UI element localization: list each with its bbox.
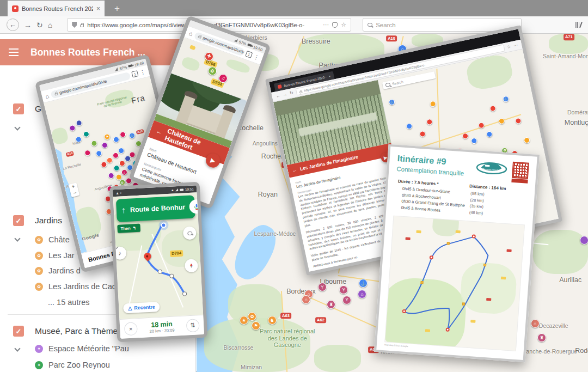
- close-navigation-button[interactable]: ×: [124, 322, 138, 336]
- bookmark-star-icon[interactable]: ☆: [341, 21, 346, 28]
- forward-button[interactable]: →: [283, 92, 288, 97]
- back-icon[interactable]: ←: [292, 167, 297, 174]
- building-marker[interactable]: ⌂: [358, 290, 366, 298]
- list-item[interactable]: ✿ Jardins d: [35, 266, 81, 275]
- chevron-down-icon[interactable]: [14, 124, 20, 130]
- home-button[interactable]: ⌂: [48, 21, 52, 29]
- poi-marker[interactable]: [514, 118, 522, 125]
- tab-count-button[interactable]: 1: [245, 51, 253, 58]
- recenter-button[interactable]: △ Recentre: [123, 302, 160, 314]
- browser-tab[interactable]: Bonnes Routes French 2020 - ×: [8, 1, 105, 16]
- page-actions-icon[interactable]: ⋯: [323, 21, 329, 28]
- poi-marker[interactable]: [69, 124, 76, 131]
- layer-checkbox[interactable]: ✓: [13, 103, 24, 114]
- menu-icon[interactable]: ⋯: [513, 42, 518, 48]
- poi-marker[interactable]: [580, 236, 588, 245]
- layer-checkbox[interactable]: ✓: [13, 326, 24, 337]
- list-item[interactable]: ✦ Parc Zoo Reynou: [35, 361, 110, 369]
- building-marker[interactable]: ⌂: [302, 295, 310, 304]
- poi-marker[interactable]: ♫: [218, 72, 229, 84]
- activity-marker[interactable]: ♞: [268, 316, 277, 325]
- bookmark-star-icon[interactable]: ☆: [506, 44, 511, 50]
- poi-marker[interactable]: [462, 132, 469, 139]
- poi-marker[interactable]: [430, 100, 437, 107]
- poi-marker[interactable]: [95, 150, 102, 157]
- castle-marker[interactable]: ♜: [537, 333, 546, 342]
- poi-marker[interactable]: ✿: [119, 179, 126, 186]
- chevron-down-icon[interactable]: [14, 235, 20, 241]
- poi-marker[interactable]: [118, 147, 125, 154]
- poi-marker[interactable]: ⚓: [128, 132, 136, 139]
- forward-button[interactable]: →: [24, 21, 32, 29]
- activity-marker[interactable]: ⚑: [252, 321, 260, 330]
- screenshot-root: Bonnes Routes French 2020 - × + ← → ↻ ⌂ …: [0, 0, 588, 372]
- menu-icon[interactable]: [9, 48, 19, 56]
- poi-marker[interactable]: [101, 161, 108, 168]
- navigation-map[interactable]: ↑ Route de Bonhur Then ↰ ♪ ▲▼: [113, 192, 204, 319]
- boat-marker[interactable]: ⚓: [359, 279, 367, 288]
- list-item[interactable]: ✦ Espace Météorite "Pau: [35, 344, 129, 353]
- phone-screenshot-navigation: ▲ ▪ ● 19:51 ↑ Route de Bonhur: [109, 182, 208, 342]
- back-button[interactable]: ←: [275, 93, 281, 99]
- poi-marker[interactable]: [419, 131, 426, 138]
- library-icon[interactable]: [575, 22, 581, 28]
- home-icon[interactable]: ⌂: [188, 29, 194, 37]
- back-icon[interactable]: ←: [155, 127, 163, 136]
- poi-marker[interactable]: ♫: [120, 169, 127, 176]
- poi-marker[interactable]: [470, 137, 477, 144]
- tab-close-icon[interactable]: ×: [96, 5, 100, 13]
- poi-marker[interactable]: [426, 119, 433, 126]
- poi-marker[interactable]: [84, 149, 91, 156]
- list-item[interactable]: ✿ Les Jardins de Cadiot: [35, 282, 125, 291]
- tracking-shield-icon[interactable]: [72, 22, 77, 28]
- zoom-out-button[interactable]: −: [72, 190, 77, 197]
- list-item[interactable]: ✿ Châte: [35, 235, 70, 244]
- reload-button[interactable]: ↻: [36, 21, 43, 29]
- chevron-down-icon[interactable]: [14, 345, 20, 351]
- poi-marker[interactable]: [91, 139, 98, 147]
- castle-marker[interactable]: ♜: [327, 300, 335, 309]
- poi-marker[interactable]: [106, 156, 113, 163]
- poi-marker[interactable]: [498, 118, 505, 125]
- poi-marker[interactable]: [486, 131, 493, 138]
- poi-marker[interactable]: [112, 136, 119, 143]
- kebab-menu-icon[interactable]: ⋮: [253, 53, 260, 61]
- more-items-link[interactable]: ... 15 autres: [48, 298, 90, 307]
- poi-marker[interactable]: [112, 152, 119, 159]
- list-item[interactable]: ✿ Les Jar: [35, 251, 75, 260]
- poi-marker[interactable]: [118, 160, 125, 167]
- tab-count-button[interactable]: 1: [131, 70, 138, 77]
- poi-marker[interactable]: [406, 123, 413, 130]
- poi-marker[interactable]: ⚑: [104, 133, 111, 140]
- winery-marker[interactable]: Y: [318, 283, 327, 291]
- activity-marker[interactable]: ★: [240, 316, 248, 325]
- route-options-button[interactable]: ⇅: [186, 319, 200, 332]
- poi-marker[interactable]: [477, 122, 485, 129]
- reload-button[interactable]: ↻: [289, 90, 293, 96]
- tab-close-icon[interactable]: ×: [328, 74, 331, 78]
- poi-marker[interactable]: [108, 172, 115, 179]
- activity-marker[interactable]: ✿: [248, 312, 256, 321]
- poi-marker[interactable]: ⚓: [388, 98, 395, 105]
- poi-marker[interactable]: [101, 142, 108, 149]
- pocket-icon[interactable]: [332, 22, 338, 28]
- poi-marker[interactable]: [76, 119, 83, 126]
- kebab-menu-icon[interactable]: ⋮: [139, 69, 146, 76]
- poi-marker[interactable]: ✚: [204, 51, 215, 62]
- home-icon[interactable]: ⌂: [45, 92, 50, 99]
- poi-marker[interactable]: [83, 130, 90, 137]
- poi-marker[interactable]: [523, 137, 530, 144]
- poi-marker[interactable]: ⚓: [503, 95, 510, 102]
- poi-marker[interactable]: [489, 105, 497, 112]
- winery-marker[interactable]: Y: [339, 285, 348, 294]
- winery-marker[interactable]: Y: [342, 296, 351, 304]
- poi-marker[interactable]: [75, 136, 82, 143]
- navigation-banner[interactable]: ↑ Route de Bonhur: [116, 195, 195, 222]
- new-tab-button[interactable]: +: [114, 3, 120, 14]
- poi-marker[interactable]: [113, 164, 120, 172]
- building-marker[interactable]: ⌂: [531, 319, 540, 328]
- back-button[interactable]: ←: [7, 19, 19, 31]
- poi-marker[interactable]: [119, 131, 126, 138]
- poi-marker[interactable]: ✿: [207, 65, 218, 77]
- layer-checkbox[interactable]: ✓: [13, 215, 24, 226]
